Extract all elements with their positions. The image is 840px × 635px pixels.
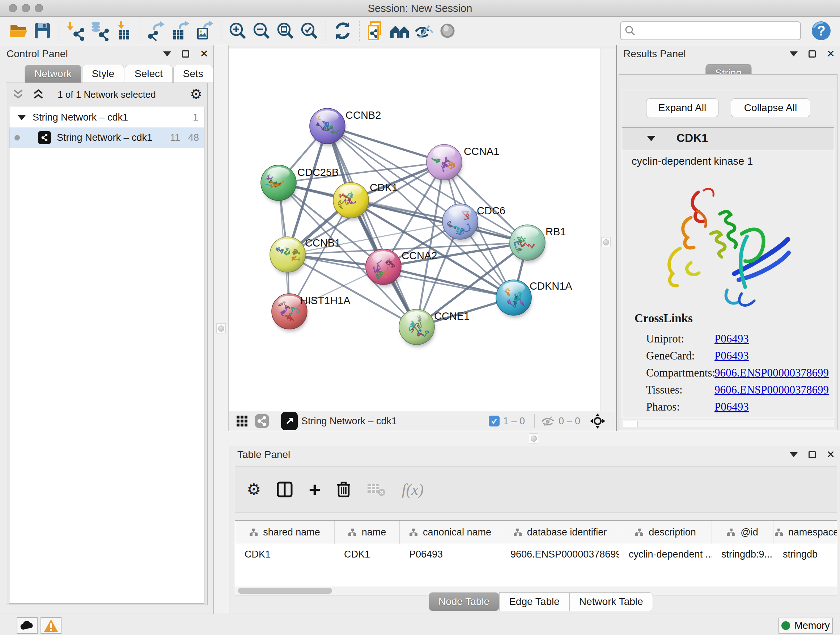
tab-style[interactable]: Style xyxy=(82,65,124,83)
network-share-icon[interactable] xyxy=(255,414,269,428)
delete-column-trash-icon[interactable] xyxy=(336,481,351,498)
first-neighbors-button[interactable] xyxy=(388,19,412,43)
memory-button[interactable]: Memory xyxy=(778,618,833,633)
left-splitter[interactable] xyxy=(213,45,229,614)
table-options-gear-icon[interactable]: ⚙ xyxy=(247,481,261,497)
birds-eye-view-button[interactable] xyxy=(281,412,298,430)
table-cell[interactable]: cyclin-dependent ... xyxy=(619,544,712,564)
table-cell[interactable]: P06493 xyxy=(400,544,501,564)
gene-section-header[interactable]: CDK1 xyxy=(622,128,834,150)
network-view-canvas[interactable]: CCNB2CCNA1CDC25BCDK1CDC6RB1CCNB1CCNA2CDK… xyxy=(229,49,600,411)
expand-all-button[interactable]: Expand All xyxy=(646,98,718,117)
panel-float-icon[interactable] xyxy=(182,50,189,57)
table-cell[interactable]: 9606.ENSP00000378699 xyxy=(501,544,619,564)
column-header-namespace[interactable]: namespace xyxy=(774,521,837,544)
crosslink-link[interactable]: 9606.ENSP00000378699 xyxy=(714,383,829,396)
table-panel: Table Panel ✕ ⚙ + f(x) shared namenameca… xyxy=(228,446,840,614)
tab-edge-table[interactable]: Edge Table xyxy=(499,592,569,611)
column-header-description[interactable]: description xyxy=(619,521,712,544)
network-from-selection-button[interactable] xyxy=(364,19,388,43)
show-columns-icon[interactable] xyxy=(277,481,293,497)
panel-collapse-icon[interactable] xyxy=(790,452,798,457)
svg-text:?: ? xyxy=(817,23,825,38)
hidden-eye-slash-icon xyxy=(540,416,555,426)
column-header-label: canonical name xyxy=(423,527,491,538)
crosslink-link[interactable]: P06493 xyxy=(714,333,749,345)
string-results-pane: Expand All Collapse All CDK1 cyclin-depe… xyxy=(619,74,837,430)
panel-close-icon[interactable]: ✕ xyxy=(827,451,835,458)
table-cell[interactable]: stringdb xyxy=(774,544,837,564)
zoom-in-button[interactable] xyxy=(226,19,249,43)
network-edge[interactable] xyxy=(384,267,514,298)
collection-expander-icon[interactable] xyxy=(17,115,26,120)
right-splitter[interactable] xyxy=(600,49,616,431)
collapse-all-button[interactable]: Collapse All xyxy=(731,98,810,117)
warnings-button[interactable] xyxy=(41,617,62,634)
network-edge-count: 48 xyxy=(180,132,199,143)
add-column-icon[interactable]: + xyxy=(309,482,321,497)
panel-close-icon[interactable]: ✕ xyxy=(827,50,835,57)
panel-resize-handle[interactable] xyxy=(216,323,226,333)
results-scrollbar[interactable] xyxy=(622,420,834,428)
memory-status-dot xyxy=(782,621,790,630)
zoom-fit-button[interactable] xyxy=(273,19,297,43)
zoom-selected-button[interactable] xyxy=(297,19,321,43)
column-header-canonical-name[interactable]: canonical name xyxy=(400,521,501,544)
column-header-@id[interactable]: @id xyxy=(712,521,774,544)
arrow-up-right-icon xyxy=(285,416,294,426)
bottom-splitter[interactable] xyxy=(228,431,840,446)
panel-resize-handle[interactable] xyxy=(529,433,538,443)
panel-resize-handle[interactable] xyxy=(601,237,611,247)
column-header-label: namespace xyxy=(788,527,837,538)
save-session-button[interactable] xyxy=(30,19,54,43)
show-all-button[interactable] xyxy=(436,19,459,43)
export-table-button[interactable] xyxy=(169,19,193,43)
search-input[interactable] xyxy=(620,21,801,40)
network-collection-row[interactable]: String Network – cdk1 1 xyxy=(9,107,204,127)
apply-layout-button[interactable] xyxy=(331,19,355,43)
crosslink-row: Compartments:9606.ENSP00000378699 xyxy=(622,364,834,381)
table-cell[interactable]: CDK1 xyxy=(235,544,335,564)
panel-collapse-icon[interactable] xyxy=(790,51,798,57)
hide-selected-button[interactable] xyxy=(412,19,436,43)
open-session-button[interactable] xyxy=(6,19,30,43)
tab-sets[interactable]: Sets xyxy=(173,65,213,83)
grid-view-icon[interactable] xyxy=(236,415,248,427)
table-cell[interactable]: CDK1 xyxy=(335,544,400,564)
panel-float-icon[interactable] xyxy=(808,50,816,57)
section-expander-icon[interactable] xyxy=(647,136,655,141)
crosslink-row: Pharos:P06493 xyxy=(622,398,834,415)
export-network-button[interactable] xyxy=(145,19,169,43)
tab-network[interactable]: Network xyxy=(25,65,81,83)
network-current-dot xyxy=(14,135,20,141)
table-cell[interactable]: stringdb:9... xyxy=(712,544,774,564)
delete-table-icon[interactable] xyxy=(367,482,386,497)
column-header-name[interactable]: name xyxy=(335,521,400,544)
tab-select[interactable]: Select xyxy=(125,65,172,83)
crosslink-link[interactable]: P06493 xyxy=(714,401,749,413)
network-row[interactable]: String Network – cdk1 11 48 xyxy=(9,127,204,148)
panel-float-icon[interactable] xyxy=(808,451,816,458)
panel-close-icon[interactable]: ✕ xyxy=(200,50,208,57)
import-network-file-button[interactable] xyxy=(64,19,88,43)
import-table-button[interactable] xyxy=(111,19,135,43)
crosslink-link[interactable]: P06493 xyxy=(714,349,749,363)
column-header-database-identifier[interactable]: database identifier xyxy=(501,521,619,544)
network-options-gear-icon[interactable]: ⚙ xyxy=(190,87,202,101)
function-builder-icon[interactable]: f(x) xyxy=(401,480,424,499)
pan-crosshair-icon[interactable] xyxy=(590,413,606,429)
table-row[interactable]: CDK1CDK1P064939606.ENSP00000378699cyclin… xyxy=(235,544,837,564)
cloud-button[interactable] xyxy=(17,617,38,634)
help-button[interactable]: ? xyxy=(811,21,831,41)
panel-collapse-icon[interactable] xyxy=(163,51,171,57)
hidden-node-edge-counts: 0 – 0 xyxy=(559,416,580,427)
column-header-shared-name[interactable]: shared name xyxy=(235,521,335,544)
crosslink-link[interactable]: 9606.ENSP00000378699 xyxy=(714,366,829,379)
selected-checkbox-icon[interactable] xyxy=(489,416,500,426)
column-type-icon xyxy=(409,528,418,537)
export-image-button[interactable] xyxy=(193,19,216,43)
import-network-database-button[interactable] xyxy=(88,19,111,43)
zoom-out-button[interactable] xyxy=(249,19,273,43)
tab-network-table[interactable]: Network Table xyxy=(569,592,653,611)
tab-node-table[interactable]: Node Table xyxy=(429,592,499,611)
